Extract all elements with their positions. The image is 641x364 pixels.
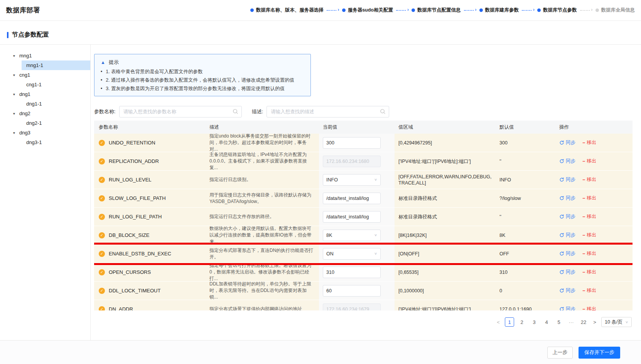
minus-icon: − bbox=[582, 177, 585, 183]
param-description: 指定分布式场景下提供给内部网络访问的地址 bbox=[209, 306, 307, 310]
minus-icon: − bbox=[582, 270, 585, 275]
param-value-select[interactable]: 8K ∨ bbox=[323, 230, 381, 241]
param-range: [0,4294967295] bbox=[398, 140, 436, 146]
sync-action[interactable]: 同步 bbox=[559, 176, 575, 183]
top-bar: 数据库部署 数据库名称、版本、服务器选择 服务器sudo相关配置 数据库节点配置… bbox=[0, 0, 641, 21]
remove-action[interactable]: − 移出 bbox=[582, 195, 596, 201]
remove-action[interactable]: − 移出 bbox=[582, 250, 596, 257]
param-value-input[interactable] bbox=[323, 285, 381, 297]
caret-down-icon[interactable]: ▼ bbox=[12, 112, 16, 115]
step-arrow-icon bbox=[579, 8, 593, 13]
sync-icon bbox=[559, 288, 564, 293]
step-item[interactable]: 数据库名称、版本、服务器选择 bbox=[250, 7, 324, 13]
param-value-select[interactable]: INFO ∨ bbox=[323, 174, 381, 186]
pagination-page[interactable]: 5 bbox=[554, 317, 563, 327]
remove-action[interactable]: − 移出 bbox=[582, 287, 596, 294]
param-table: 参数名称 描述 当前值 值区域 默认值 操作 ✓ UNDO_RETENTION … bbox=[94, 121, 633, 310]
page-number: 22 bbox=[581, 319, 586, 325]
tree-node-child[interactable]: dng2-1 bbox=[22, 118, 90, 128]
step-item[interactable]: 服务器sudo相关配置 bbox=[342, 7, 393, 13]
remove-action[interactable]: − 移出 bbox=[582, 158, 596, 164]
caret-down-icon[interactable]: ▼ bbox=[12, 73, 16, 77]
sync-label: 同步 bbox=[566, 306, 575, 310]
step-dot-icon bbox=[479, 8, 483, 12]
sync-action[interactable]: 同步 bbox=[559, 139, 575, 146]
page-number: 1 bbox=[508, 319, 511, 325]
param-value-input[interactable] bbox=[323, 267, 381, 278]
param-default: 300 bbox=[499, 140, 508, 146]
remove-action[interactable]: − 移出 bbox=[582, 176, 596, 183]
page-size-select[interactable]: 10 条/页 ∨ bbox=[601, 317, 632, 327]
param-value-input[interactable] bbox=[323, 137, 381, 149]
param-description: 指定undo block从事务提交那一刻开始被保留的时间，单位为秒。超过本参数规… bbox=[209, 133, 319, 153]
step-dot-icon bbox=[537, 8, 541, 12]
col-header-default: 默认值 bbox=[496, 124, 555, 131]
caret-down-icon[interactable]: ▼ bbox=[12, 131, 16, 134]
remove-action[interactable]: − 移出 bbox=[582, 269, 596, 275]
remove-action[interactable]: − 移出 bbox=[582, 232, 596, 238]
param-name-search-input[interactable] bbox=[119, 106, 242, 117]
written-check-badge-icon: ✓ bbox=[99, 214, 105, 220]
tree-node-label: mng1 bbox=[19, 53, 32, 59]
section-title-row: 节点参数配置 bbox=[7, 31, 635, 39]
desc-search-input[interactable] bbox=[267, 106, 389, 117]
remove-action[interactable]: − 移出 bbox=[582, 139, 596, 146]
search-icon[interactable] bbox=[380, 109, 386, 116]
tree-node-child[interactable]: dng3-1 bbox=[22, 138, 90, 147]
minus-icon: − bbox=[582, 288, 585, 294]
param-name: DDL_LOCK_TIMEOUT bbox=[109, 288, 160, 294]
step-item[interactable]: 数据库节点参数 bbox=[537, 7, 577, 13]
pagination-page[interactable]: 1 bbox=[505, 317, 514, 327]
save-and-next-button[interactable]: 保存并下一步 bbox=[579, 347, 620, 359]
pagination-page[interactable]: 3 bbox=[530, 317, 539, 327]
col-header-operations: 操作 bbox=[555, 124, 633, 131]
param-value-select[interactable]: ON ∨ bbox=[323, 248, 381, 260]
remove-action[interactable]: − 移出 bbox=[582, 306, 596, 310]
sync-action[interactable]: 同步 bbox=[559, 269, 575, 275]
sync-action[interactable]: 同步 bbox=[559, 287, 575, 294]
pagination-page: ··· bbox=[567, 317, 576, 327]
param-description: 主备消息链路监听地址，IPv4地址不允许配置为0.0.0.0。主备模式下，如果不… bbox=[209, 151, 319, 171]
remove-action[interactable]: − 移出 bbox=[582, 213, 596, 220]
search-icon[interactable] bbox=[233, 109, 238, 116]
tree-node-parent[interactable]: ▼ dng2 bbox=[0, 109, 90, 118]
param-name-filter bbox=[119, 106, 242, 117]
page-number: 4 bbox=[545, 319, 548, 325]
next-page-arrow[interactable]: > bbox=[591, 319, 598, 325]
sync-action[interactable]: 同步 bbox=[559, 250, 575, 257]
tree-node-child[interactable]: dng1-1 bbox=[22, 99, 90, 109]
step-item[interactable]: 数据库建库参数 bbox=[479, 7, 519, 13]
tree-node-parent[interactable]: ▼ dng1 bbox=[0, 89, 90, 99]
tree-node-parent[interactable]: ▼ mng1 bbox=[0, 51, 90, 60]
written-check-badge-icon: ✓ bbox=[99, 177, 105, 183]
sync-action[interactable]: 同步 bbox=[559, 158, 575, 164]
param-value-input[interactable] bbox=[323, 211, 381, 223]
prev-page-arrow[interactable]: < bbox=[495, 319, 502, 325]
sync-action[interactable]: 同步 bbox=[559, 195, 575, 201]
pagination-page[interactable]: 2 bbox=[517, 317, 526, 327]
written-check-badge-icon: ✓ bbox=[99, 306, 105, 311]
tree-node-child[interactable]: mng1-1 bbox=[22, 60, 90, 70]
sync-action[interactable]: 同步 bbox=[559, 213, 575, 220]
table-row: ✓ UNDO_RETENTION 指定undo block从事务提交那一刻开始被… bbox=[94, 134, 633, 152]
minus-icon: − bbox=[582, 307, 585, 311]
pagination-page[interactable]: 22 bbox=[579, 317, 588, 327]
param-default: '' bbox=[499, 214, 501, 220]
tree-node-label: dng1 bbox=[19, 91, 30, 97]
param-name: SLOW_LOG_FILE_PATH bbox=[109, 195, 166, 201]
tree-node-parent[interactable]: ▼ dng3 bbox=[0, 128, 90, 138]
step-label: 数据库节点参数 bbox=[543, 7, 577, 13]
caret-down-icon[interactable]: ▼ bbox=[12, 54, 16, 57]
tree-node-parent[interactable]: ▼ cng1 bbox=[0, 70, 90, 80]
sync-action[interactable]: 同步 bbox=[559, 306, 575, 310]
hint-text: 2. 通过移入操作将备选的参数加入配置文件，会将默认值写入，请修改成您希望设置的… bbox=[106, 76, 294, 84]
caret-down-icon[interactable]: ▼ bbox=[12, 92, 16, 96]
tree-node-child[interactable]: cng1-1 bbox=[22, 80, 90, 89]
param-value-input[interactable] bbox=[323, 193, 381, 204]
step-arrow-icon bbox=[521, 8, 535, 13]
previous-step-button[interactable]: 上一步 bbox=[547, 347, 573, 359]
sync-action[interactable]: 同步 bbox=[559, 232, 575, 238]
page-number: ··· bbox=[569, 319, 574, 325]
pagination-page[interactable]: 4 bbox=[542, 317, 551, 327]
step-item[interactable]: 数据库节点配置信息 bbox=[412, 7, 461, 13]
